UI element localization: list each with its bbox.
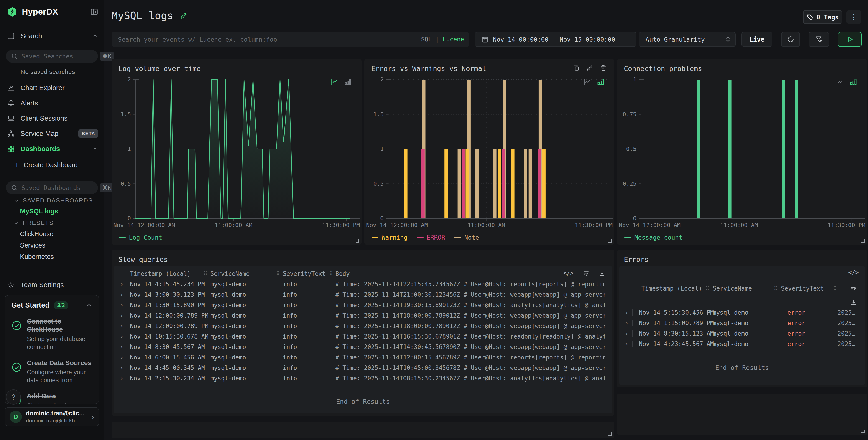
drag-handle-icon[interactable]: ⠿ xyxy=(706,285,710,292)
table-row[interactable]: ›Nov 14 2:15:30.234 AMmysql-demoinfo# Ti… xyxy=(114,373,612,383)
drag-handle-icon[interactable]: ⠿ xyxy=(329,271,333,277)
run-query-button[interactable] xyxy=(838,32,862,47)
resize-corner[interactable] xyxy=(861,239,865,243)
saved-searches-search[interactable]: ⌘K xyxy=(6,49,98,63)
sidebar-item-team-settings[interactable]: Team Settings xyxy=(7,278,98,292)
granularity-select[interactable]: Auto Granularity xyxy=(639,32,736,47)
sidebar-item-client-sessions[interactable]: Client Sessions xyxy=(7,111,98,125)
delete-panel-icon[interactable] xyxy=(600,64,607,71)
sidebar-preset-services[interactable]: Services xyxy=(20,242,45,249)
column-header[interactable]: SeverityText xyxy=(283,270,326,277)
live-button[interactable]: Live xyxy=(741,32,772,47)
sidebar-item-label: Service Map xyxy=(21,130,59,137)
language-lucene[interactable]: Lucene xyxy=(443,36,464,43)
legend-item[interactable]: Log Count xyxy=(119,234,162,241)
filter-button[interactable] xyxy=(809,32,829,47)
user-menu[interactable]: D dominic.tran@clic... dominic.tran@clic… xyxy=(5,407,99,426)
table-cell: info xyxy=(283,281,297,287)
table-row[interactable]: ›Nov 14 4:23:45.567 AMmysql-demoerror202… xyxy=(619,339,865,349)
table-row[interactable]: ›Nov 14 5:15:30.456 PMmysql-demoerror202… xyxy=(619,307,865,318)
table-row[interactable]: ›Nov 14 6:00:15.456 AMmysql-demoinfo# Ti… xyxy=(114,352,612,363)
get-started-step-sources[interactable]: Create Data Sources Configure where your… xyxy=(11,359,92,384)
table-cell: error xyxy=(787,309,805,316)
resize-corner[interactable] xyxy=(356,239,359,243)
legend-item[interactable]: ERROR xyxy=(417,234,445,241)
get-started-step-add-data[interactable]: Add Data Start sending logs, metrics, or… xyxy=(11,392,92,404)
drag-handle-icon[interactable]: ⠿ xyxy=(276,271,280,277)
drag-handle-icon[interactable]: ⠿ xyxy=(833,285,837,292)
saved-dashboards-section[interactable]: SAVED DASHBOARDS xyxy=(13,197,93,204)
resize-corner[interactable] xyxy=(609,239,612,243)
refresh-button[interactable] xyxy=(781,32,800,47)
table-row[interactable]: ›Nov 14 8:30:45.567 AMmysql-demoinfo# Ti… xyxy=(114,342,612,352)
saved-dashboards-input[interactable] xyxy=(22,184,99,191)
legend-item[interactable]: Warning xyxy=(372,234,408,241)
table-row[interactable]: ›Nov 14 1:15:00.789 PMmysql-demoerror202… xyxy=(619,318,865,328)
drag-handle-icon[interactable]: ⠿ xyxy=(774,285,778,292)
sidebar-item-alerts[interactable]: Alerts xyxy=(7,96,98,110)
step-title: Add Data xyxy=(27,392,92,400)
sidebar-preset-clickhouse[interactable]: ClickHouse xyxy=(20,230,54,238)
beta-badge: BETA xyxy=(78,130,98,138)
sidebar-item-search[interactable]: Search xyxy=(7,29,98,43)
column-header[interactable]: ServiceName xyxy=(210,270,250,277)
sidebar-item-service-map[interactable]: Service Map BETA xyxy=(7,127,98,140)
download-icon[interactable] xyxy=(848,299,859,306)
table-row[interactable]: ›Nov 14 1:30:15.890 PMmysql-demoinfo# Ti… xyxy=(114,300,612,310)
resize-corner[interactable] xyxy=(861,430,865,433)
duplicate-panel-icon[interactable] xyxy=(572,64,580,71)
dashboard-menu-button[interactable]: ⋮ xyxy=(846,10,861,24)
language-sql[interactable]: SQL xyxy=(421,36,432,43)
sidebar-dashboard-mysql-logs[interactable]: MySQL logs xyxy=(20,207,58,215)
check-circle-icon xyxy=(11,362,22,384)
log-volume-chart[interactable]: 00.511.52Nov 14 12:00:00 AM11:00:00 AM11… xyxy=(112,73,362,232)
event-search-input[interactable] xyxy=(118,36,421,43)
edit-title-pencil-icon[interactable] xyxy=(180,11,188,20)
sidebar-collapse-icon[interactable] xyxy=(90,8,98,16)
drag-handle-icon[interactable]: ⠿ xyxy=(203,271,208,277)
presets-section[interactable]: PRESETS xyxy=(13,219,54,226)
create-dashboard-button[interactable]: + Create Dashboard xyxy=(14,159,78,171)
edit-panel-icon[interactable] xyxy=(586,64,593,71)
column-header[interactable]: Timestamp (Local) xyxy=(130,270,191,277)
column-header[interactable]: ServiceName xyxy=(713,285,752,292)
column-header[interactable]: Timestamp (Local) xyxy=(642,285,702,292)
date-range-picker[interactable]: Nov 14 00:00:00 - Nov 15 00:00:00 xyxy=(475,32,637,47)
sidebar-item-chart-explorer[interactable]: Chart Explorer xyxy=(7,81,98,95)
svg-text:11:30:00 PM: 11:30:00 PM xyxy=(828,222,865,229)
column-header[interactable]: Body xyxy=(335,270,350,277)
svg-text:Nov 14 12:00:00 AM: Nov 14 12:00:00 AM xyxy=(114,222,175,229)
row-divider xyxy=(126,354,126,361)
legend-item[interactable]: Note xyxy=(454,234,479,241)
help-button[interactable]: ? xyxy=(6,390,21,405)
column-header[interactable]: SeverityText xyxy=(781,285,824,292)
connection-problems-chart[interactable]: 00.250.50.751Nov 14 12:00:00 AM11:00:00 … xyxy=(617,73,867,232)
user-name: dominic.tran@clic... xyxy=(26,410,84,417)
code-icon[interactable]: </> xyxy=(848,269,859,276)
table-row[interactable]: ›Nov 14 4:45:00.345 AMmysql-demoinfo# Ti… xyxy=(114,363,612,373)
table-cell: Nov 14 6:00:15.456 AM xyxy=(130,354,205,361)
legend-item[interactable]: Message count xyxy=(624,234,682,241)
create-dashboard-label: Create Dashboard xyxy=(24,161,78,169)
select-chevrons-icon xyxy=(726,36,730,42)
saved-searches-input[interactable] xyxy=(22,53,99,60)
legend-label: Log Count xyxy=(129,234,162,241)
resize-corner[interactable] xyxy=(609,433,612,436)
sidebar-preset-kubernetes[interactable]: Kubernetes xyxy=(20,253,54,261)
errors-warnings-chart[interactable]: 00.511.52Nov 14 12:00:00 AM11:00:00 AM11… xyxy=(364,73,614,232)
row-expand-chevron: › xyxy=(120,281,123,287)
get-started-step-connect[interactable]: Connect to ClickHouse Set up your databa… xyxy=(11,317,92,351)
tags-button[interactable]: 0 Tags xyxy=(803,10,842,24)
table-cell: info xyxy=(283,302,297,308)
chevron-up-icon[interactable] xyxy=(86,302,92,309)
saved-dashboards-search[interactable]: ⌘K xyxy=(6,181,98,194)
table-row[interactable]: ›Nov 14 12:00:00.789 PMmysql-demoinfo# T… xyxy=(114,310,612,321)
table-row[interactable]: ›Nov 14 8:30:15.123 AMmysql-demoerror202… xyxy=(619,328,865,339)
sidebar-item-label: Team Settings xyxy=(21,281,64,289)
table-row[interactable]: ›Nov 14 12:00:00.789 PMmysql-demoinfo# T… xyxy=(114,321,612,331)
table-row[interactable]: ›Nov 14 10:15:30.678 AMmysql-demoinfo# T… xyxy=(114,331,612,342)
sidebar-item-dashboards[interactable]: Dashboards xyxy=(7,142,98,156)
legend-swatch xyxy=(372,237,378,238)
table-row[interactable]: ›Nov 14 3:00:30.123 PMmysql-demoinfo# Ti… xyxy=(114,290,612,300)
table-row[interactable]: ›Nov 14 4:15:45.234 PMmysql-demoinfo# Ti… xyxy=(114,279,612,290)
